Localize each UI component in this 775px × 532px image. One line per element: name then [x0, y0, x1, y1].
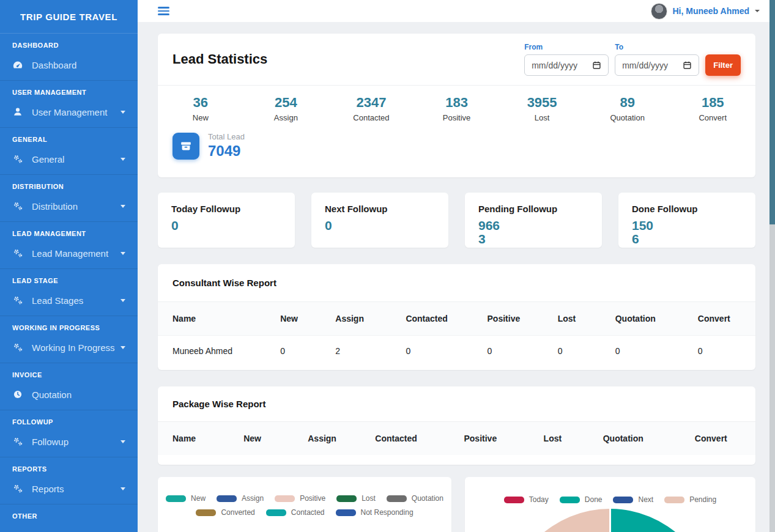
- sidebar-item-other[interactable]: [0, 528, 138, 532]
- chevron-down-icon: [121, 158, 125, 161]
- done-followup-card: Done Followup 1506: [618, 193, 755, 248]
- legend-swatch: [217, 495, 237, 502]
- consultant-wise-report-card: Consultant Wise Report Name New Assign C…: [158, 264, 755, 370]
- column-header: Assign: [308, 422, 375, 455]
- from-date-input[interactable]: mm/dd/yyyy: [524, 54, 609, 76]
- cell-contacted: 0: [406, 336, 487, 371]
- date-filter-group: From mm/dd/yyyy To mm/dd/yyyy: [524, 43, 741, 76]
- legend-swatch: [196, 509, 216, 516]
- sidebar-item-working-in-progress[interactable]: Working In Progress: [0, 339, 138, 355]
- column-header: Convert: [695, 422, 755, 455]
- column-header: Positive: [488, 302, 558, 336]
- next-followup-card: Next Followup 0: [311, 193, 448, 248]
- legend-item-quotation[interactable]: Quotation: [387, 494, 443, 503]
- sidebar-item-lead-stages[interactable]: Lead Stages: [0, 292, 138, 308]
- legend-item-pending[interactable]: Pending: [664, 495, 716, 504]
- filter-button[interactable]: Filter: [705, 54, 741, 76]
- legend-item-today[interactable]: Today: [504, 495, 549, 504]
- stat-value: 2347: [328, 95, 414, 111]
- legend-swatch: [336, 495, 357, 502]
- cell-lost: 0: [558, 336, 615, 371]
- chevron-down-icon: [121, 205, 125, 208]
- sidebar-section-heading: DASHBOARD: [0, 41, 138, 50]
- page-title: Lead Statistics: [172, 51, 267, 67]
- card-title: Done Followup: [632, 204, 742, 214]
- lead-statistics-card: Lead Statistics From mm/dd/yyyy To: [158, 34, 755, 177]
- legend-item-done[interactable]: Done: [560, 495, 603, 504]
- column-header: Contacted: [406, 302, 487, 336]
- legend-item-lost[interactable]: Lost: [336, 494, 376, 503]
- cogs-icon: [12, 248, 23, 259]
- sidebar-section-dashboard: DASHBOARD Dashboard: [0, 34, 138, 81]
- calendar-icon[interactable]: [683, 61, 692, 70]
- package-wise-report-card: Package Wise Report Name New Assign Cont…: [158, 386, 755, 465]
- sidebar-section-followup: FOLLOWUP Followup: [0, 410, 138, 457]
- legend-swatch: [664, 497, 684, 503]
- sidebar-item-lead-management[interactable]: Lead Management: [0, 245, 138, 261]
- consultant-report-table: Name New Assign Contacted Positive Lost …: [158, 302, 755, 370]
- sidebar-item-label: Distribution: [32, 201, 78, 212]
- legend-item-converted[interactable]: Converted: [196, 508, 254, 517]
- chart-legend-row: New Assign Positive Lost: [158, 494, 451, 503]
- user-menu[interactable]: Hi, Muneeb Ahmed: [651, 3, 760, 20]
- sidebar-item-label: Lead Management: [32, 248, 108, 259]
- stat-contacted: 2347 Contacted: [328, 95, 414, 122]
- cell-new: 0: [280, 336, 335, 371]
- legend-item-assign[interactable]: Assign: [217, 494, 264, 503]
- stat-label: Assign: [243, 113, 329, 122]
- legend-item-positive[interactable]: Positive: [275, 494, 325, 503]
- app-brand: TRIP GUIDE TRAVEL: [0, 0, 138, 34]
- cell-assign: 2: [335, 336, 406, 371]
- legend-item-contacted[interactable]: Contacted: [266, 508, 325, 517]
- sidebar-item-label: Reports: [32, 484, 64, 494]
- window-scrollbar[interactable]: [769, 0, 775, 532]
- card-value: 0: [325, 219, 353, 232]
- column-header: New: [280, 302, 335, 336]
- legend-swatch: [166, 495, 186, 502]
- followup-pie-chart-card: Today Done Next Pending: [465, 477, 755, 532]
- cell-positive: 0: [488, 336, 558, 371]
- scrollbar-thumb[interactable]: [769, 0, 775, 224]
- chevron-down-icon: [121, 346, 125, 349]
- stat-value: 185: [670, 95, 755, 111]
- to-date-field: To mm/dd/yyyy: [615, 43, 699, 76]
- hamburger-menu-icon[interactable]: [158, 6, 169, 17]
- cogs-icon: [12, 201, 23, 212]
- table-row: Muneeb Ahmed 0 2 0 0 0 0 0: [158, 336, 755, 371]
- column-header: Convert: [698, 302, 755, 336]
- sidebar-item-followup[interactable]: Followup: [0, 434, 138, 449]
- cogs-icon: [12, 436, 23, 447]
- sidebar-item-user-management[interactable]: User Management: [0, 104, 138, 120]
- avatar[interactable]: [651, 3, 667, 20]
- sidebar-item-dashboard[interactable]: Dashboard: [0, 57, 138, 73]
- sidebar-section-working-in-progress: WORKING IN PROGRESS Working In Progress: [0, 316, 138, 363]
- legend-swatch: [387, 495, 407, 502]
- empty-table-body: [158, 455, 755, 465]
- sidebar-section-heading: GENERAL: [0, 135, 138, 144]
- sidebar-item-general[interactable]: General: [0, 151, 138, 167]
- sidebar-section-lead-management: LEAD MANAGEMENT Lead Management: [0, 222, 138, 269]
- sidebar-item-distribution[interactable]: Distribution: [0, 198, 138, 214]
- stat-value: 3955: [499, 95, 585, 111]
- sidebar-section-lead-stage: LEAD STAGE Lead Stages: [0, 269, 138, 316]
- cogs-icon: [12, 295, 23, 306]
- legend-label: Done: [585, 495, 603, 504]
- legend-item-new[interactable]: New: [166, 494, 206, 503]
- legend-item-next[interactable]: Next: [613, 495, 653, 504]
- sidebar-section-reports: REPORTS Reports: [0, 457, 138, 504]
- calendar-icon[interactable]: [592, 61, 601, 70]
- stat-value: 254: [243, 95, 329, 111]
- today-followup-card: Today Followup 0: [158, 193, 295, 248]
- sidebar-item-reports[interactable]: Reports: [0, 481, 138, 497]
- table-header-row: Name New Assign Contacted Positive Lost …: [158, 302, 755, 336]
- section-title: Package Wise Report: [158, 386, 755, 422]
- legend-item-not-responding[interactable]: Not Responding: [336, 508, 413, 517]
- legend-label: Converted: [221, 508, 254, 517]
- cogs-icon: [12, 342, 23, 353]
- column-header: Contacted: [375, 422, 464, 455]
- archive-icon: [172, 133, 199, 160]
- to-date-input[interactable]: mm/dd/yyyy: [615, 54, 699, 76]
- legend-label: Quotation: [412, 494, 443, 503]
- legend-label: Positive: [300, 494, 325, 503]
- sidebar-item-quotation[interactable]: Quotation: [0, 386, 138, 402]
